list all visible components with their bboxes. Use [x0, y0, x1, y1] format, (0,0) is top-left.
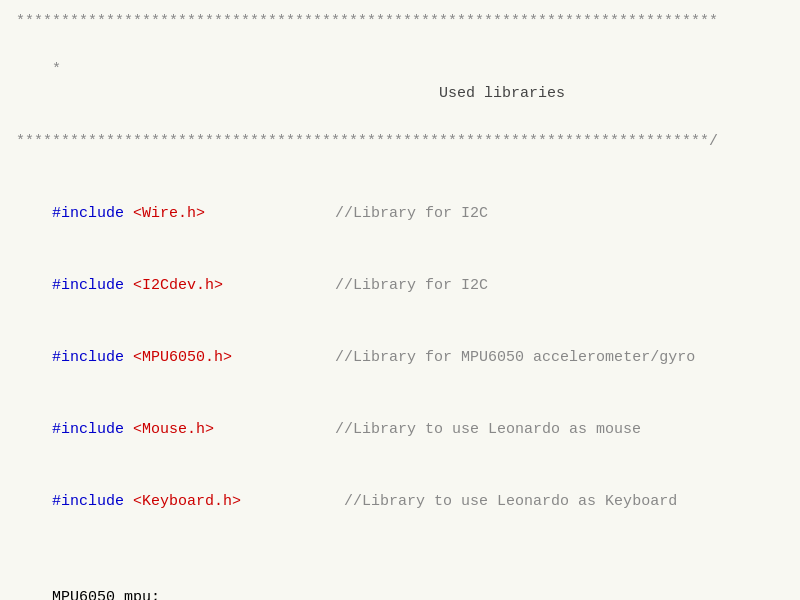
- header-border-top: ****************************************…: [16, 10, 784, 34]
- include-keyboard: #include <Keyboard.h>//Library to use Le…: [16, 466, 784, 538]
- include-comment-3: //Library for MPU6050 accelerometer/gyro: [335, 349, 695, 366]
- code-container: ****************************************…: [16, 10, 784, 600]
- include-lib-3: <MPU6050.h>: [133, 349, 232, 366]
- include-wire: #include <Wire.h>//Library for I2C: [16, 178, 784, 250]
- include-lib-1: <Wire.h>: [133, 205, 205, 222]
- include-comment-1: //Library for I2C: [335, 205, 488, 222]
- include-i2cdev: #include <I2Cdev.h>//Library for I2C: [16, 250, 784, 322]
- include-comment-2: //Library for I2C: [335, 277, 488, 294]
- header-star: * Used libraries: [16, 34, 784, 130]
- include-lib-5: <Keyboard.h>: [133, 493, 241, 510]
- include-comment-5: //Library to use Leonardo as Keyboard: [344, 493, 677, 510]
- include-comment-4: //Library to use Leonardo as mouse: [335, 421, 641, 438]
- include-keyword-4: #include: [52, 421, 124, 438]
- include-lib-4: <Mouse.h>: [133, 421, 214, 438]
- include-keyword-5: #include: [52, 493, 124, 510]
- section-title: Used libraries: [439, 85, 565, 102]
- include-mouse: #include <Mouse.h>//Library to use Leona…: [16, 394, 784, 466]
- header-border-bottom: ****************************************…: [16, 130, 784, 154]
- include-mpu6050: #include <MPU6050.h>//Library for MPU605…: [16, 322, 784, 394]
- include-keyword-1: #include: [52, 205, 124, 222]
- mpu-decl-text: MPU6050 mpu;: [52, 589, 160, 600]
- include-keyword-2: #include: [52, 277, 124, 294]
- mpu-declaration: MPU6050 mpu;: [16, 562, 784, 600]
- include-keyword-3: #include: [52, 349, 124, 366]
- include-lib-2: <I2Cdev.h>: [133, 277, 223, 294]
